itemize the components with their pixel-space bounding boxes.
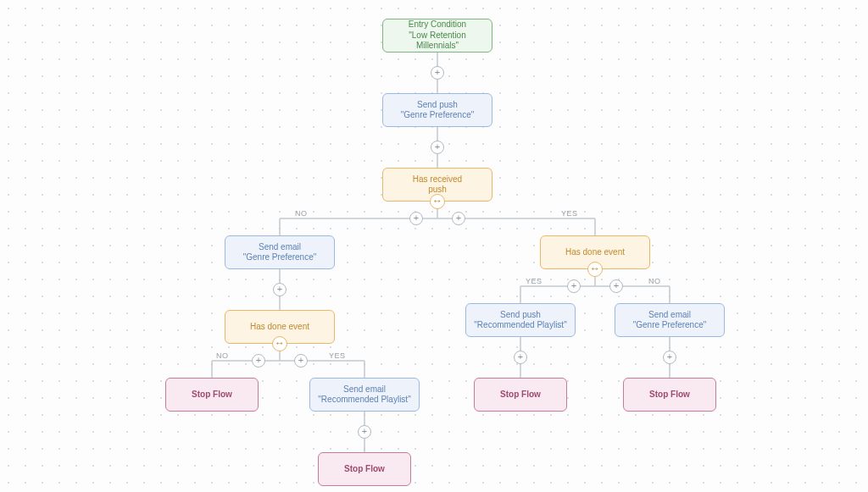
node-stop-flow[interactable]: Stop Flow bbox=[165, 378, 259, 412]
node-title: Has done event bbox=[250, 322, 309, 333]
edge-label-no: NO bbox=[216, 351, 229, 360]
edge-label-no: NO bbox=[295, 209, 308, 218]
add-step-button[interactable]: + bbox=[252, 354, 265, 368]
branch-icon: ↔ bbox=[430, 194, 445, 209]
add-step-button[interactable]: + bbox=[431, 66, 444, 80]
node-send-push-genre[interactable]: Send push "Genre Preference" bbox=[382, 93, 492, 127]
edge-label-yes: YES bbox=[561, 209, 578, 218]
node-title: Send push bbox=[417, 100, 458, 111]
node-stop-flow[interactable]: Stop Flow bbox=[318, 452, 411, 486]
node-subtitle: "Genre Preference" bbox=[401, 110, 475, 121]
edge-label-no: NO bbox=[648, 277, 661, 285]
add-step-button[interactable]: + bbox=[273, 283, 287, 296]
node-title: Stop Flow bbox=[649, 390, 690, 401]
add-step-button[interactable]: + bbox=[409, 212, 423, 225]
add-step-button[interactable]: + bbox=[609, 279, 623, 293]
node-title: Stop Flow bbox=[500, 390, 541, 401]
node-title: Send push bbox=[500, 310, 541, 321]
node-subtitle: "Recommended Playlist" bbox=[474, 320, 566, 331]
node-title: Stop Flow bbox=[192, 390, 232, 401]
node-title: Send email bbox=[648, 310, 691, 321]
node-stop-flow[interactable]: Stop Flow bbox=[623, 378, 716, 412]
node-stop-flow[interactable]: Stop Flow bbox=[474, 378, 567, 412]
edge-label-yes: YES bbox=[526, 277, 542, 285]
add-step-button[interactable]: + bbox=[567, 279, 581, 293]
node-title: Send email bbox=[343, 384, 386, 395]
add-step-button[interactable]: + bbox=[452, 212, 465, 225]
node-subtitle: "Genre Preference" bbox=[633, 320, 707, 331]
node-entry-condition[interactable]: Entry Condition "Low Retention Millennia… bbox=[382, 19, 492, 53]
node-send-email-recommended[interactable]: Send email "Recommended Playlist" bbox=[309, 378, 420, 412]
add-step-button[interactable]: + bbox=[294, 354, 308, 368]
node-send-email-genre-left[interactable]: Send email "Genre Preference" bbox=[225, 235, 335, 269]
add-step-button[interactable]: + bbox=[431, 141, 444, 154]
node-subtitle: "Genre Preference" bbox=[243, 252, 317, 263]
add-step-button[interactable]: + bbox=[514, 351, 527, 364]
node-subtitle: "Recommended Playlist" bbox=[318, 395, 410, 406]
branch-icon: ↔ bbox=[272, 336, 287, 351]
node-title: Stop Flow bbox=[344, 464, 385, 475]
node-send-email-genre-right[interactable]: Send email "Genre Preference" bbox=[615, 303, 725, 337]
edge-label-yes: YES bbox=[329, 351, 346, 360]
add-step-button[interactable]: + bbox=[358, 425, 371, 439]
node-send-push-recommended[interactable]: Send push "Recommended Playlist" bbox=[465, 303, 576, 337]
add-step-button[interactable]: + bbox=[663, 351, 676, 364]
node-title: Has done event bbox=[565, 247, 625, 258]
branch-icon: ↔ bbox=[587, 262, 603, 277]
node-subtitle: "Low Retention Millennials" bbox=[388, 30, 487, 52]
node-title: Send email bbox=[259, 242, 301, 253]
node-title: Has received bbox=[413, 174, 462, 185]
node-title: Entry Condition bbox=[409, 19, 466, 30]
